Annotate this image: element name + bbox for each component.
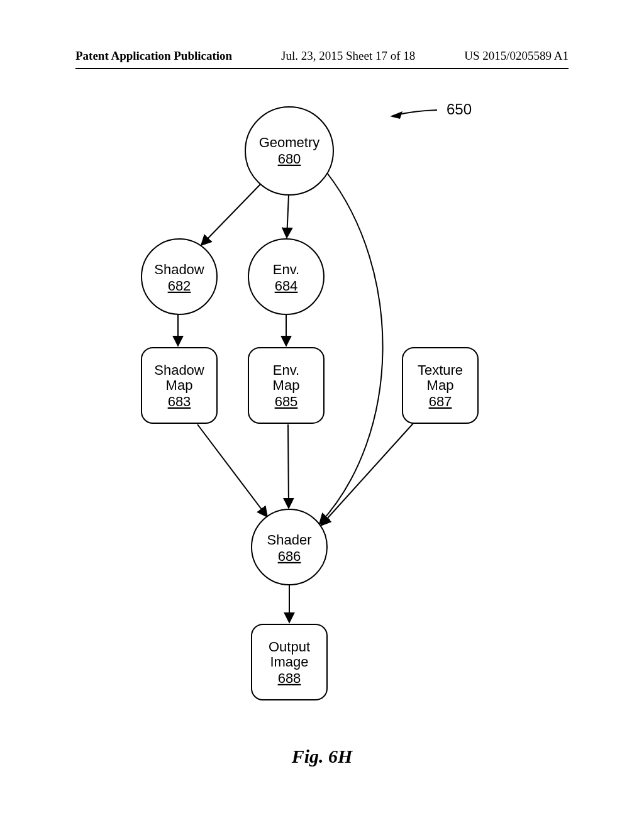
shadow-label: Shadow [154,262,204,277]
output-label1: Output [269,639,310,655]
diagram-svg: 650 Geometry 680 [0,82,644,786]
texturemap-label1: Texture [418,362,463,378]
node-shadowmap: Shadow Map 683 [142,348,217,423]
env-label: Env. [273,262,299,277]
node-envmap: Env. Map 685 [248,348,324,423]
edge-texturemap-shader [321,421,415,526]
node-texturemap: Texture Map 687 [402,348,478,423]
output-label2: Image [270,654,308,670]
envmap-label1: Env. [273,362,299,378]
node-output: Output Image 688 [252,624,327,700]
header-mid: Jul. 23, 2015 Sheet 17 of 18 [281,49,415,63]
node-geometry: Geometry 680 [245,107,333,195]
edge-geometry-env [287,195,289,238]
page-header: Patent Application Publication Jul. 23, … [0,49,644,74]
edge-geometry-shadow [201,184,261,245]
figure-caption: Fig. 6H [0,746,644,767]
header-left: Patent Application Publication [75,49,232,63]
shadowmap-label2: Map [166,377,193,393]
env-ref: 684 [275,278,298,294]
envmap-ref: 685 [275,394,298,409]
callout-ref: 650 [447,101,472,118]
node-shadow: Shadow 682 [142,239,217,314]
page: Patent Application Publication Jul. 23, … [0,0,644,830]
geometry-ref: 680 [278,151,301,167]
header-row: Patent Application Publication Jul. 23, … [75,49,569,69]
shadowmap-ref: 683 [168,394,191,409]
edge-geometry-shader [319,173,383,524]
shadowmap-label1: Shadow [154,362,204,378]
shader-ref: 686 [278,548,301,564]
texturemap-ref: 687 [429,394,452,409]
output-ref: 688 [278,670,301,686]
geometry-label: Geometry [259,135,320,150]
edge-shadowmap-shader [197,424,267,517]
shadow-ref: 682 [168,278,191,294]
envmap-label2: Map [273,377,300,393]
header-right: US 2015/0205589 A1 [464,49,569,63]
node-env: Env. 684 [248,239,324,314]
texturemap-label2: Map [427,377,454,393]
node-shader: Shader 686 [252,509,327,585]
edge-envmap-shader [288,424,289,508]
callout-650: 650 [390,101,472,119]
shader-label: Shader [267,532,312,548]
